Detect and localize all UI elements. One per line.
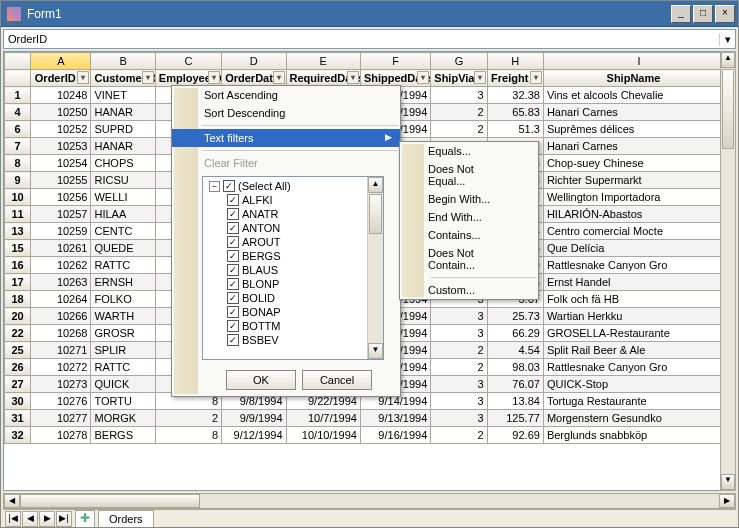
checklist-scrollbar[interactable]: ▲ ▼	[367, 177, 383, 359]
cell-shipvia[interactable]: 2	[431, 121, 487, 138]
row-header[interactable]: 11	[5, 206, 31, 223]
scroll-thumb[interactable]	[722, 69, 734, 149]
cell-shipname[interactable]: Rattlesnake Canyon Gro	[543, 359, 734, 376]
checkbox[interactable]	[227, 236, 239, 248]
field-header-employeeid[interactable]: EmployeeID▾	[155, 70, 221, 87]
cell-shipname[interactable]: Rattlesnake Canyon Gro	[543, 257, 734, 274]
cell-customerid[interactable]: FOLKO	[91, 291, 155, 308]
cell-orderid[interactable]: 10253	[31, 138, 91, 155]
collapse-icon[interactable]: −	[209, 181, 220, 192]
cell-requireddate[interactable]: 10/10/1994	[286, 427, 360, 444]
cell-shipvia[interactable]: 3	[431, 376, 487, 393]
col-letter-F[interactable]: F	[360, 53, 430, 70]
cell-freight[interactable]: 25.73	[487, 308, 543, 325]
cell-customerid[interactable]: HANAR	[91, 138, 155, 155]
menu-sort-ascending[interactable]: Sort Ascending	[172, 86, 400, 104]
cell-orderid[interactable]: 10257	[31, 206, 91, 223]
cell-customerid[interactable]: MORGK	[91, 410, 155, 427]
cell-customerid[interactable]: QUICK	[91, 376, 155, 393]
filter-item[interactable]: BSBEV	[205, 333, 381, 347]
col-letter-G[interactable]: G	[431, 53, 487, 70]
cell-shipname[interactable]: Wartian Herkku	[543, 308, 734, 325]
cell-orderid[interactable]: 10259	[31, 223, 91, 240]
filter-item[interactable]: BERGS	[205, 249, 381, 263]
filter-item[interactable]: ANTON	[205, 221, 381, 235]
checkbox[interactable]	[227, 292, 239, 304]
filter-item[interactable]: AROUT	[205, 235, 381, 249]
cell-freight[interactable]: 125.77	[487, 410, 543, 427]
cell-orderid[interactable]: 10262	[31, 257, 91, 274]
checkbox[interactable]	[227, 264, 239, 276]
cell-shipvia[interactable]: 2	[431, 104, 487, 121]
maximize-button[interactable]: □	[693, 5, 713, 23]
row-header[interactable]: 4	[5, 104, 31, 121]
cell-shipname[interactable]: Richter Supermarkt	[543, 172, 734, 189]
menu-not-equal[interactable]: Does Not Equal...	[400, 160, 538, 190]
field-header-shippeddate[interactable]: ShippedDate▾	[360, 70, 430, 87]
cell-shipname[interactable]: QUICK-Stop	[543, 376, 734, 393]
scroll-down-icon[interactable]: ▼	[721, 474, 735, 490]
cell-shipvia[interactable]: 3	[431, 308, 487, 325]
cell-orderid[interactable]: 10276	[31, 393, 91, 410]
cell-shipvia[interactable]: 2	[431, 359, 487, 376]
menu-sort-descending[interactable]: Sort Descending	[172, 104, 400, 122]
col-letter-H[interactable]: H	[487, 53, 543, 70]
cell-shipvia[interactable]: 2	[431, 427, 487, 444]
cell-customerid[interactable]: ERNSH	[91, 274, 155, 291]
checkbox[interactable]	[227, 208, 239, 220]
scroll-down-icon[interactable]: ▼	[368, 343, 383, 359]
row-header[interactable]: 31	[5, 410, 31, 427]
filter-dropdown-icon[interactable]: ▾	[142, 71, 154, 84]
corner-cell[interactable]	[5, 53, 31, 70]
cell-shipvia[interactable]: 3	[431, 393, 487, 410]
cell-shippeddate[interactable]: 9/16/1994	[360, 427, 430, 444]
cell-freight[interactable]: 51.3	[487, 121, 543, 138]
field-header-shipvia[interactable]: ShipVia▾	[431, 70, 487, 87]
cell-shipname[interactable]: Hanari Carnes	[543, 104, 734, 121]
row-header[interactable]: 10	[5, 189, 31, 206]
cell-customerid[interactable]: QUEDE	[91, 240, 155, 257]
name-box[interactable]: OrderID ▾	[3, 29, 736, 49]
cell-customerid[interactable]: TORTU	[91, 393, 155, 410]
row-header[interactable]: 9	[5, 172, 31, 189]
cell-orderid[interactable]: 10268	[31, 325, 91, 342]
checkbox[interactable]	[227, 250, 239, 262]
cell-freight[interactable]: 65.83	[487, 104, 543, 121]
cell-customerid[interactable]: SUPRD	[91, 121, 155, 138]
cell-shipname[interactable]: Berglunds snabbköp	[543, 427, 734, 444]
cell-orderid[interactable]: 10250	[31, 104, 91, 121]
cell-customerid[interactable]: VINET	[91, 87, 155, 104]
cell-orderid[interactable]: 10272	[31, 359, 91, 376]
select-all-item[interactable]: −(Select All)	[205, 179, 381, 193]
row-header[interactable]: 16	[5, 257, 31, 274]
filter-checklist[interactable]: −(Select All)ALFKIANATRANTONAROUTBERGSBL…	[202, 176, 384, 360]
close-button[interactable]: ×	[715, 5, 735, 23]
cell-orderdate[interactable]: 9/12/1994	[222, 427, 286, 444]
cell-orderid[interactable]: 10248	[31, 87, 91, 104]
cell-orderid[interactable]: 10266	[31, 308, 91, 325]
cell-shipname[interactable]: Tortuga Restaurante	[543, 393, 734, 410]
name-box-dropdown-icon[interactable]: ▾	[719, 33, 735, 46]
menu-not-contain[interactable]: Does Not Contain...	[400, 244, 538, 274]
checkbox[interactable]	[227, 306, 239, 318]
filter-item[interactable]: BONAP	[205, 305, 381, 319]
cell-freight[interactable]: 98.03	[487, 359, 543, 376]
row-header[interactable]: 15	[5, 240, 31, 257]
cell-customerid[interactable]: RATTC	[91, 359, 155, 376]
filter-dropdown-icon[interactable]: ▾	[208, 71, 220, 84]
minimize-button[interactable]: _	[671, 5, 691, 23]
field-header-orderid[interactable]: OrderID▾	[31, 70, 91, 87]
cell-shipname[interactable]: Folk och fä HB	[543, 291, 734, 308]
cell-customerid[interactable]: WELLI	[91, 189, 155, 206]
checkbox[interactable]	[223, 180, 235, 192]
checkbox[interactable]	[227, 320, 239, 332]
cell-orderid[interactable]: 10278	[31, 427, 91, 444]
field-header-shipname[interactable]: ShipName▾	[543, 70, 734, 87]
cell-shipname[interactable]: Morgenstern Gesundko	[543, 410, 734, 427]
cell-orderid[interactable]: 10252	[31, 121, 91, 138]
col-letter-D[interactable]: D	[222, 53, 286, 70]
checkbox[interactable]	[227, 278, 239, 290]
menu-end-with[interactable]: End With...	[400, 208, 538, 226]
cell-orderid[interactable]: 10277	[31, 410, 91, 427]
filter-dropdown-icon[interactable]: ▾	[273, 71, 285, 84]
